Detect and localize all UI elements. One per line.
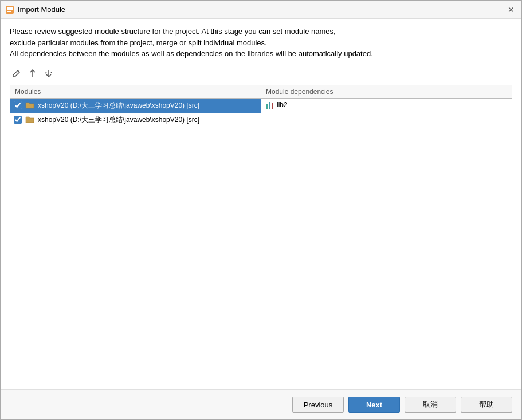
module-label-1: xshopV20 (D:\大三学习总结\javaweb\xshopV20) [s… [38,101,199,111]
svg-rect-2 [7,7,13,9]
modules-panel: Modules xshopV20 (D:\大三学习总结\javaweb\xsho… [10,85,261,383]
module-toolbar [10,66,512,80]
window-icon [5,5,14,14]
panels-container: Modules xshopV20 (D:\大三学习总结\javaweb\xsho… [10,85,512,383]
help-button[interactable]: 帮助 [461,397,512,413]
merge-button[interactable] [26,66,40,80]
modules-list: xshopV20 (D:\大三学习总结\javaweb\xshopV20) [s… [10,99,261,382]
description-text: Please review suggested module structure… [10,26,512,60]
next-button[interactable]: Next [348,397,400,413]
dep-label-1: lib2 [277,101,288,109]
dependencies-panel-header: Module dependencies [261,85,512,99]
split-button[interactable] [42,66,56,80]
svg-rect-3 [7,11,11,12]
footer: Previous Next 取消 帮助 [1,389,521,419]
module-item[interactable]: xshopV20 (D:\大三学习总结\javaweb\xshopV20) [s… [10,113,261,127]
lib-icon [266,101,273,109]
folder-icon-2 [25,115,34,125]
modules-panel-header: Modules [10,85,261,99]
dependency-item: lib2 [261,99,512,111]
cancel-button[interactable]: 取消 [405,397,456,413]
module-checkbox-1[interactable] [14,101,22,109]
edit-button[interactable] [10,66,23,80]
desc-line1: Please review suggested module structure… [10,26,512,37]
svg-line-6 [45,72,46,73]
dependencies-panel: Module dependencies lib2 [261,85,512,383]
folder-icon-1 [25,101,34,111]
dependencies-list: lib2 [261,99,512,382]
import-module-window: Import Module ✕ Please review suggested … [0,0,522,420]
module-item[interactable]: xshopV20 (D:\大三学习总结\javaweb\xshopV20) [s… [10,99,261,113]
previous-button[interactable]: Previous [292,397,344,413]
desc-line2: exclude particular modules from the proj… [10,37,512,49]
desc-line3: All dependencies between the modules as … [10,48,512,60]
module-label-2: xshopV20 (D:\大三学习总结\javaweb\xshopV20) [s… [38,115,199,125]
module-checkbox-2[interactable] [14,116,22,124]
close-button[interactable]: ✕ [505,4,517,15]
title-bar: Import Module ✕ [1,1,521,19]
main-content: Please review suggested module structure… [1,19,521,389]
svg-rect-1 [7,9,13,10]
window-title: Import Module [18,5,505,14]
svg-line-7 [51,72,52,73]
